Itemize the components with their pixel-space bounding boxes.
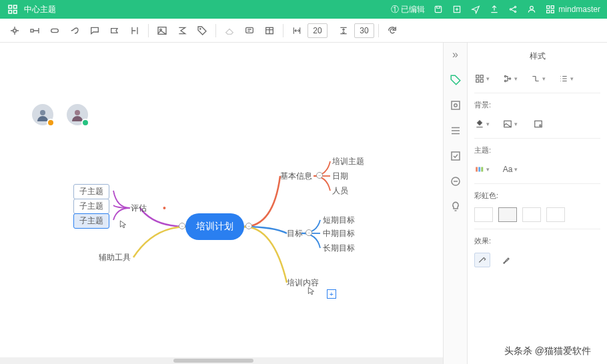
leaf-basic2[interactable]: 日期	[332, 171, 348, 182]
bg-image-dropdown[interactable]	[502, 117, 518, 131]
topic-icon[interactable]	[45, 21, 64, 40]
svg-rect-31	[478, 167, 480, 172]
leaf-basic3[interactable]: 人员	[332, 185, 348, 197]
status-badge	[81, 119, 89, 127]
subtopic-2[interactable]: 子主题	[73, 199, 109, 214]
style-panel-icon[interactable]	[449, 73, 462, 87]
share-icon[interactable]	[508, 4, 518, 15]
branch-aux[interactable]: 辅助工具	[99, 252, 131, 263]
outline-panel-icon[interactable]	[449, 124, 462, 137]
hspacing-input[interactable]	[308, 23, 328, 38]
theme-label: 主题:	[474, 145, 600, 155]
leaf-goal3[interactable]: 长期目标	[323, 243, 355, 254]
callout-icon[interactable]	[105, 21, 124, 40]
branch-style-dropdown[interactable]	[502, 71, 518, 86]
refresh-icon[interactable]	[383, 21, 402, 40]
leaf-basic1[interactable]: 培训主题	[332, 156, 364, 167]
vspacing-icon[interactable]	[334, 21, 353, 40]
branch-content[interactable]: 培训内容	[287, 277, 319, 289]
comment-icon[interactable]	[85, 21, 104, 40]
rainbow-swatch-2[interactable]	[498, 207, 517, 222]
center-node[interactable]: 培训计划	[185, 213, 244, 240]
svg-rect-21	[480, 75, 483, 78]
export-icon[interactable]	[452, 4, 462, 15]
svg-point-14	[40, 110, 45, 115]
font-dropdown[interactable]: Aa	[502, 162, 518, 177]
add-child-button[interactable]: +	[327, 289, 336, 299]
collaborator-avatar-1[interactable]	[32, 104, 53, 125]
save-icon[interactable]	[433, 4, 444, 15]
numbering-dropdown[interactable]	[558, 71, 574, 86]
subtopic-3-selected[interactable]: 子主题	[73, 213, 109, 229]
branch-basic[interactable]: 基本信息	[280, 171, 312, 182]
effect-label: 效果:	[474, 236, 600, 246]
upload-icon[interactable]	[489, 4, 500, 15]
brand-label: mindmaster	[545, 4, 600, 15]
bg-color-dropdown[interactable]	[474, 117, 490, 131]
document-title[interactable]: 中心主题	[24, 4, 391, 15]
icons-panel-icon[interactable]	[449, 149, 462, 163]
collaborator-avatar-2[interactable]	[67, 104, 88, 125]
saved-status: ① 已编辑	[391, 4, 425, 15]
bg-watermark-button[interactable]	[530, 117, 546, 131]
svg-rect-16	[452, 101, 460, 109]
svg-rect-6	[13, 29, 16, 32]
rainbow-swatch-1[interactable]	[474, 207, 493, 222]
vspacing-input[interactable]	[354, 23, 374, 38]
leaf-goal2[interactable]: 中期目标	[323, 228, 355, 239]
separator	[148, 24, 149, 37]
app-logo-icon	[7, 3, 19, 15]
rainbow-swatch-4[interactable]	[546, 207, 565, 222]
layout-right-icon[interactable]	[25, 21, 44, 40]
rainbow-label: 彩虹色:	[474, 191, 600, 201]
clipart-panel-icon[interactable]	[449, 175, 462, 188]
theme-color-dropdown[interactable]	[474, 162, 490, 177]
svg-rect-23	[480, 79, 483, 82]
expand-handle[interactable]: −	[306, 229, 312, 236]
branch-evaluate[interactable]: 评估	[131, 203, 147, 214]
svg-point-24	[504, 75, 506, 77]
svg-rect-20	[476, 75, 479, 78]
note-icon[interactable]	[240, 21, 259, 40]
idea-panel-icon[interactable]	[449, 200, 462, 213]
scroll-thumb[interactable]	[173, 359, 253, 363]
expand-handle[interactable]: −	[245, 223, 252, 229]
tag-icon[interactable]	[193, 21, 211, 40]
effect-brush[interactable]	[498, 253, 514, 267]
table-icon[interactable]	[260, 21, 279, 40]
layout-balanced-icon[interactable]	[5, 21, 24, 40]
separator	[283, 24, 283, 37]
relation-icon[interactable]	[65, 21, 84, 40]
branch-goal[interactable]: 目标	[287, 228, 303, 239]
mindmap-canvas[interactable]: 培训计划 − − 评估 • 子主题 子主题 子主题 辅助工具 基本信息 − 培训…	[0, 43, 443, 364]
rainbow-swatch-3[interactable]	[522, 207, 541, 222]
send-icon[interactable]	[470, 4, 481, 15]
layout-type-dropdown[interactable]	[474, 71, 490, 86]
svg-point-29	[540, 125, 541, 126]
eraser-icon[interactable]	[220, 21, 239, 40]
svg-rect-18	[452, 152, 460, 160]
watermark-caption: 头条杀 @猫猫爱软件	[500, 344, 595, 359]
connector-style-dropdown[interactable]	[530, 71, 546, 86]
collapse-panel-icon[interactable]: »	[449, 48, 462, 61]
status-badge	[47, 119, 55, 127]
effect-hand-drawn[interactable]	[474, 253, 490, 267]
image-icon[interactable]	[153, 21, 171, 40]
hspacing-icon[interactable]	[287, 21, 306, 40]
h-scrollbar[interactable]	[0, 357, 443, 364]
expand-handle[interactable]: −	[179, 223, 185, 229]
formula-icon[interactable]	[173, 21, 191, 40]
panel-title: 样式	[474, 48, 600, 69]
svg-point-4	[515, 11, 516, 12]
svg-point-26	[509, 78, 510, 79]
subtopic-1[interactable]: 子主题	[73, 184, 109, 199]
leaf-goal1[interactable]: 短期目标	[323, 215, 355, 226]
user-icon[interactable]	[526, 4, 537, 15]
expand-handle[interactable]: −	[316, 172, 323, 179]
theme-panel-icon[interactable]	[449, 99, 462, 112]
svg-point-11	[200, 28, 201, 29]
svg-rect-12	[246, 27, 253, 33]
separator	[378, 24, 379, 37]
summary-icon[interactable]	[125, 21, 144, 40]
svg-point-3	[515, 6, 516, 7]
